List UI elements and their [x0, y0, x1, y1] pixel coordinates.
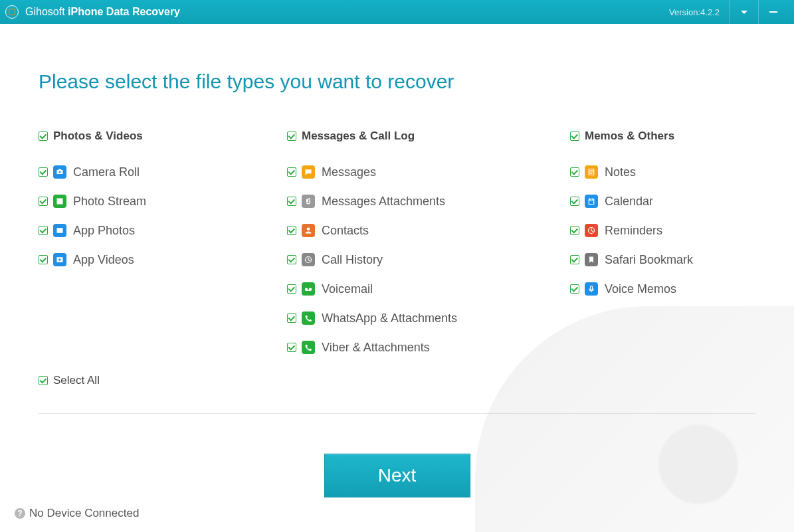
- callhistory-icon: [302, 253, 315, 266]
- checkbox[interactable]: [39, 197, 48, 206]
- next-button[interactable]: Next: [324, 454, 470, 497]
- item-label: Camera Roll: [73, 165, 140, 179]
- checkbox[interactable]: [287, 226, 296, 235]
- app-product: iPhone Data Recovery: [68, 6, 180, 17]
- file-type-item[interactable]: WhatsApp & Attachments: [287, 308, 570, 328]
- item-label: Notes: [605, 165, 636, 179]
- checkbox[interactable]: [39, 376, 48, 385]
- attachment-icon: [302, 195, 315, 208]
- file-type-item[interactable]: App Videos: [39, 250, 287, 270]
- checkbox[interactable]: [287, 343, 296, 352]
- checkbox[interactable]: [39, 255, 48, 264]
- calendar-icon: [585, 195, 598, 208]
- select-all-row[interactable]: Select All: [39, 371, 755, 391]
- group-header[interactable]: Memos & Others: [570, 126, 755, 146]
- item-label: Calendar: [605, 195, 653, 209]
- mic-icon: [585, 282, 598, 296]
- app-logo-icon: [5, 5, 19, 19]
- file-type-item[interactable]: Reminders: [570, 221, 755, 240]
- item-label: Reminders: [605, 224, 662, 238]
- group-label: Memos & Others: [585, 130, 674, 143]
- group-header[interactable]: Messages & Call Log: [287, 126, 570, 146]
- checkbox[interactable]: [287, 255, 296, 264]
- app-brand: Gihosoft: [25, 6, 65, 17]
- file-type-item[interactable]: Viber & Attachments: [287, 337, 570, 357]
- page-title: Please select the file types you want to…: [39, 70, 755, 93]
- minimize-icon: [769, 11, 777, 13]
- checkbox[interactable]: [287, 284, 296, 294]
- checkbox[interactable]: [39, 132, 48, 141]
- checkbox[interactable]: [570, 167, 579, 177]
- checkbox[interactable]: [287, 197, 296, 206]
- photo-icon: [53, 195, 66, 208]
- contact-icon: [302, 224, 315, 237]
- item-label: Voice Memos: [605, 282, 676, 296]
- item-label: Call History: [322, 253, 383, 267]
- group-photos-videos: Photos & Videos Camera RollPhoto StreamA…: [39, 126, 287, 367]
- select-all-label: Select All: [53, 374, 100, 387]
- phone-icon: [302, 341, 315, 354]
- group-header[interactable]: Photos & Videos: [39, 126, 287, 146]
- video-icon: [53, 253, 66, 266]
- checkbox[interactable]: [570, 255, 579, 264]
- file-type-item[interactable]: Safari Bookmark: [570, 250, 755, 270]
- group-label: Photos & Videos: [53, 130, 143, 143]
- file-type-item[interactable]: Notes: [570, 162, 755, 182]
- file-type-item[interactable]: Contacts: [287, 221, 570, 240]
- status-text: No Device Connected: [29, 507, 139, 520]
- version-label: Version:4.2.2: [669, 7, 720, 17]
- group-messages-call-log: Messages & Call Log MessagesMessages Att…: [287, 126, 570, 367]
- item-label: Photo Stream: [73, 195, 146, 209]
- phone-icon: [302, 311, 315, 325]
- item-label: Safari Bookmark: [605, 253, 693, 267]
- file-type-item[interactable]: Camera Roll: [39, 162, 287, 182]
- file-type-item[interactable]: Messages: [287, 162, 570, 182]
- item-label: WhatsApp & Attachments: [322, 311, 457, 325]
- checkbox[interactable]: [39, 226, 48, 235]
- file-type-item[interactable]: Photo Stream: [39, 191, 287, 211]
- item-label: Voicemail: [322, 282, 373, 296]
- title-bar: Gihosoft iPhone Data Recovery Version:4.…: [0, 0, 794, 24]
- checkbox[interactable]: [570, 197, 579, 206]
- item-label: Messages Attachments: [322, 195, 445, 209]
- group-memos-others: Memos & Others NotesCalendarRemindersSaf…: [570, 126, 755, 367]
- file-type-item[interactable]: Voicemail: [287, 279, 570, 299]
- file-type-item[interactable]: Voice Memos: [570, 279, 755, 299]
- image-icon: [53, 224, 66, 237]
- checkbox[interactable]: [287, 167, 296, 177]
- select-all-section: Select All: [39, 371, 755, 414]
- file-type-item[interactable]: Call History: [287, 250, 570, 270]
- bookmark-icon: [585, 253, 598, 266]
- voicemail-icon: [302, 282, 315, 296]
- chevron-down-icon: [741, 11, 747, 14]
- dropdown-button[interactable]: [729, 0, 758, 24]
- item-label: App Photos: [73, 224, 135, 238]
- help-icon[interactable]: ?: [15, 508, 25, 519]
- item-label: Messages: [322, 165, 376, 179]
- file-type-item[interactable]: App Photos: [39, 221, 287, 240]
- checkbox[interactable]: [39, 167, 48, 177]
- file-type-item[interactable]: Calendar: [570, 191, 755, 211]
- item-label: Viber & Attachments: [322, 341, 430, 355]
- camera-icon: [53, 165, 66, 179]
- item-label: App Videos: [73, 253, 134, 267]
- checkbox[interactable]: [287, 313, 296, 323]
- file-type-item[interactable]: Messages Attachments: [287, 191, 570, 211]
- status-bar: ? No Device Connected: [15, 507, 139, 520]
- checkbox[interactable]: [570, 284, 579, 294]
- app-title: Gihosoft iPhone Data Recovery: [25, 6, 180, 18]
- message-icon: [302, 165, 315, 179]
- reminders-icon: [585, 224, 598, 237]
- main-content: Please select the file types you want to…: [0, 24, 794, 532]
- group-label: Messages & Call Log: [302, 130, 415, 143]
- file-type-columns: Photos & Videos Camera RollPhoto StreamA…: [39, 126, 755, 367]
- minimize-button[interactable]: [758, 0, 787, 24]
- checkbox[interactable]: [570, 226, 579, 235]
- checkbox[interactable]: [570, 132, 579, 141]
- item-label: Contacts: [322, 224, 369, 238]
- checkbox[interactable]: [287, 132, 296, 141]
- notes-icon: [585, 165, 598, 179]
